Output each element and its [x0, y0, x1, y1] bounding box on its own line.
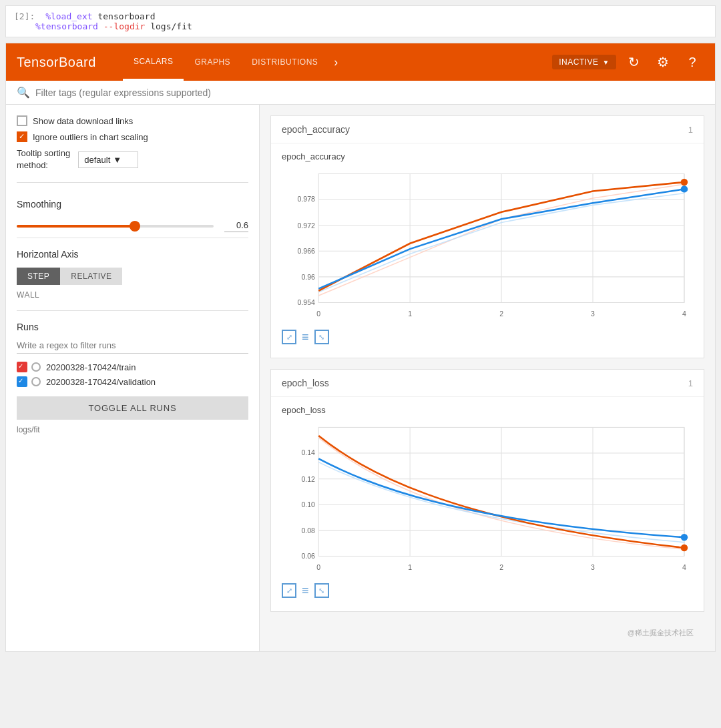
data-lines-loss-icon[interactable]: ≡ [302, 584, 309, 598]
svg-text:1: 1 [408, 310, 412, 318]
svg-point-20 [681, 186, 688, 192]
svg-text:2: 2 [499, 310, 503, 318]
svg-text:3: 3 [591, 310, 595, 318]
code-magic-1: %load_ext [45, 11, 92, 21]
svg-text:0.96: 0.96 [301, 274, 315, 281]
tensorboard-container: TensorBoard SCALARS GRAPHS DISTRIBUTIONS… [5, 43, 716, 652]
smoothing-value[interactable]: 0.6 [224, 220, 248, 232]
epoch-accuracy-chart: 0.954 0.96 0.966 0.972 0.978 0 1 2 3 4 [276, 167, 698, 327]
epoch-loss-number: 1 [688, 378, 693, 388]
epoch-loss-chart: 0.06 0.08 0.10 0.12 0.14 0 1 2 3 4 [276, 420, 698, 581]
refresh-icon: ↻ [628, 54, 640, 70]
tooltip-arrow-icon: ▼ [113, 155, 122, 165]
svg-point-19 [681, 179, 688, 186]
svg-text:0.06: 0.06 [301, 553, 315, 560]
run-train-name: 20200328-170424/train [46, 362, 136, 372]
ignore-outliers-label: Ignore outliers in chart scaling [33, 132, 148, 142]
search-icon: 🔍 [17, 86, 30, 99]
relative-button[interactable]: RELATIVE [60, 268, 122, 285]
run-item-train: 20200328-170424/train [17, 362, 248, 372]
svg-point-41 [681, 534, 688, 540]
epoch-accuracy-card: epoch_accuracy 1 epoch_accuracy [270, 115, 704, 358]
ignore-outliers-checkbox[interactable] [17, 131, 27, 142]
nav-more-icon[interactable]: › [328, 55, 343, 69]
epoch-loss-card: epoch_loss 1 epoch_loss [270, 369, 704, 612]
data-lines-icon[interactable]: ≡ [302, 330, 309, 344]
svg-text:0: 0 [316, 310, 320, 318]
wall-label[interactable]: WALL [17, 290, 248, 300]
show-data-links-row: Show data download links [17, 115, 248, 126]
nav-scalars[interactable]: SCALARS [123, 43, 184, 81]
fit-icon[interactable]: ⤡ [314, 330, 329, 344]
horizontal-axis-section: Horizontal Axis STEP RELATIVE WALL [17, 249, 248, 311]
sidebar: Show data download links Ignore outliers… [6, 105, 260, 651]
svg-text:0.966: 0.966 [298, 248, 315, 255]
run-item-validation: 20200328-170424/validation [17, 376, 248, 387]
search-input[interactable] [35, 87, 704, 98]
show-data-links-label: Show data download links [33, 116, 133, 126]
run-validation-color-circle [31, 377, 41, 386]
code-text-3: logs/fit [150, 21, 192, 31]
runs-filter-input[interactable] [17, 340, 248, 354]
runs-label: Runs [17, 322, 248, 332]
tooltip-row: Tooltip sortingmethod: default ▼ [17, 147, 248, 171]
svg-text:0.14: 0.14 [301, 449, 315, 456]
svg-text:0.08: 0.08 [301, 527, 315, 534]
svg-text:0.12: 0.12 [301, 476, 315, 483]
status-arrow-icon: ▼ [603, 59, 610, 66]
svg-text:0.954: 0.954 [298, 299, 315, 306]
tooltip-sorting-select[interactable]: default ▼ [78, 151, 138, 168]
run-validation-checkbox[interactable] [17, 376, 27, 387]
settings-icon: ⚙ [657, 54, 669, 70]
toggle-all-runs-button[interactable]: TOGGLE ALL RUNS [17, 396, 248, 420]
tb-header: TensorBoard SCALARS GRAPHS DISTRIBUTIONS… [6, 43, 715, 81]
status-button[interactable]: INACTIVE ▼ [552, 55, 616, 69]
refresh-button[interactable]: ↻ [622, 50, 646, 74]
nav-distributions[interactable]: DISTRIBUTIONS [241, 43, 328, 81]
axis-buttons-group: STEP RELATIVE [17, 268, 248, 285]
help-button[interactable]: ? [680, 50, 704, 74]
help-icon: ? [688, 55, 696, 70]
code-text-1: tensorboard [93, 11, 156, 21]
epoch-accuracy-number: 1 [688, 125, 693, 135]
svg-text:0.10: 0.10 [301, 501, 315, 508]
show-data-links-checkbox[interactable] [17, 115, 27, 126]
smoothing-slider-track[interactable] [17, 225, 214, 228]
tb-logo: TensorBoard [17, 55, 96, 70]
search-bar: 🔍 [6, 81, 715, 105]
status-label: INACTIVE [559, 57, 598, 67]
svg-text:0.972: 0.972 [298, 222, 315, 230]
epoch-accuracy-header: epoch_accuracy 1 [271, 116, 704, 143]
tooltip-sorting-label: Tooltip sortingmethod: [17, 147, 70, 171]
settings-button[interactable]: ⚙ [651, 50, 675, 74]
header-right: INACTIVE ▼ ↻ ⚙ ? [552, 50, 704, 74]
epoch-loss-toolbar: ⤢ ≡ ⤡ [276, 581, 698, 603]
epoch-accuracy-subtitle: epoch_accuracy [276, 151, 698, 161]
run-validation-name: 20200328-170424/validation [46, 377, 156, 387]
ignore-outliers-row: Ignore outliers in chart scaling [17, 131, 248, 142]
main-area: Show data download links Ignore outliers… [6, 105, 715, 651]
smoothing-section: Smoothing 0.6 [17, 194, 248, 238]
cell-label: [2]: [14, 11, 35, 21]
epoch-loss-body: epoch_loss [271, 397, 704, 611]
smoothing-label: Smoothing [17, 199, 248, 210]
smoothing-row: 0.6 [17, 220, 248, 232]
smoothing-slider-thumb[interactable] [130, 221, 140, 232]
options-section: Show data download links Ignore outliers… [17, 115, 248, 183]
expand-icon[interactable]: ⤢ [282, 330, 296, 344]
expand-loss-icon[interactable]: ⤢ [282, 583, 296, 598]
svg-text:3: 3 [591, 564, 595, 571]
logs-dir-label: logs/fit [17, 425, 248, 434]
epoch-loss-title: epoch_loss [282, 378, 329, 388]
fit-loss-icon[interactable]: ⤡ [314, 583, 329, 598]
run-train-checkbox[interactable] [17, 362, 27, 372]
svg-text:0.978: 0.978 [298, 196, 315, 203]
nav-graphs[interactable]: GRAPHS [184, 43, 241, 81]
runs-section: Runs 20200328-170424/train 20200328-1704… [17, 322, 248, 445]
run-train-color-circle [31, 362, 41, 372]
watermark: @稀土掘金技术社区 [270, 623, 704, 641]
step-button[interactable]: STEP [17, 268, 60, 285]
smoothing-slider-fill [17, 225, 135, 228]
charts-area: epoch_accuracy 1 epoch_accuracy [260, 105, 715, 651]
epoch-loss-header: epoch_loss 1 [271, 370, 704, 397]
